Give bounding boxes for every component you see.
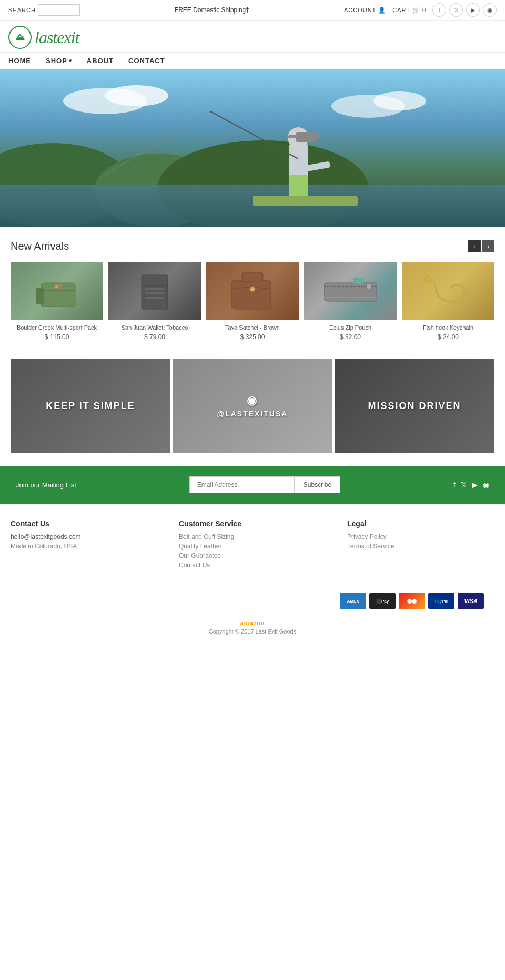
account-link[interactable]: ACCOUNT 👤 bbox=[344, 7, 386, 14]
section-header: New Arrivals ‹ › bbox=[11, 240, 494, 252]
mailing-instagram-icon[interactable]: ◉ bbox=[483, 481, 489, 489]
new-arrivals-section: New Arrivals ‹ › Boulder Creek Multi-spo… bbox=[0, 227, 505, 346]
promo-text-2: ◉ @LASTEXITUSA bbox=[217, 394, 288, 418]
promo-block-keep-simple[interactable]: KEEP IT SIMPLE bbox=[11, 359, 170, 453]
mailing-twitter-icon[interactable]: 𝕏 bbox=[461, 481, 467, 489]
youtube-icon[interactable]: ▶ bbox=[466, 3, 480, 17]
promo-text-3: MISSION DRIVEN bbox=[368, 401, 461, 412]
promo-block-instagram[interactable]: ◉ @LASTEXITUSA bbox=[173, 359, 332, 453]
mailing-social: f 𝕏 ▶ ◉ bbox=[453, 481, 489, 489]
product-image-3 bbox=[206, 262, 299, 320]
footer-link-belt-sizing[interactable]: Belt and Cuff Sizing bbox=[179, 533, 326, 540]
svg-point-37 bbox=[425, 276, 430, 281]
product-name-5: Fish hook Keychain bbox=[402, 324, 494, 331]
cart-link[interactable]: CART 🛒 0 bbox=[392, 7, 426, 14]
svg-rect-29 bbox=[242, 272, 263, 282]
visa-icon: VISA bbox=[458, 593, 484, 609]
nav-about[interactable]: ABOUT bbox=[87, 57, 114, 65]
mailing-label: Join our Mailing List bbox=[16, 481, 76, 489]
logo[interactable]: ⛰ lastexit bbox=[8, 26, 79, 49]
amex-icon: AMEX bbox=[340, 593, 366, 609]
product-name-3: Tava Satchel - Brown bbox=[206, 324, 299, 331]
payment-icons: AMEX ⬛Pay ⬤⬤ PayPal VISA bbox=[340, 593, 484, 609]
mailing-youtube-icon[interactable]: ▶ bbox=[472, 481, 478, 489]
carousel-prev-button[interactable]: ‹ bbox=[468, 240, 481, 252]
carousel-next-button[interactable]: › bbox=[482, 240, 494, 252]
footer-legal-col: Legal Privacy Policy Terms of Service bbox=[347, 519, 494, 571]
carousel-controls: ‹ › bbox=[468, 240, 494, 252]
svg-rect-23 bbox=[142, 275, 168, 309]
product-image-1 bbox=[11, 262, 103, 320]
mailing-form: Subscribe bbox=[189, 476, 340, 493]
nav-home[interactable]: HOME bbox=[8, 57, 31, 65]
footer-link-terms[interactable]: Terms of Service bbox=[347, 543, 494, 550]
mailing-facebook-icon[interactable]: f bbox=[453, 481, 456, 489]
email-input[interactable] bbox=[189, 476, 295, 493]
logo-bar: ⛰ lastexit bbox=[0, 21, 505, 52]
contact-email: hello@lastexitgoods.com bbox=[11, 533, 158, 540]
instagram-icon[interactable]: ◉ bbox=[483, 3, 497, 17]
footer-link-guarantee[interactable]: Our Guarantee bbox=[179, 552, 326, 559]
search-input[interactable] bbox=[38, 4, 80, 16]
product-card-2[interactable]: San Juan Wallet: Tobacco $ 79.00 bbox=[108, 262, 201, 341]
product-price-5: $ 24.00 bbox=[402, 333, 494, 341]
copyright-text: Copyright © 2017 Last Exit Goods bbox=[21, 628, 484, 635]
top-right: ACCOUNT 👤 CART 🛒 0 f 𝕏 ▶ ◉ bbox=[344, 3, 497, 17]
search-form: SEARCH bbox=[8, 4, 80, 16]
footer-service-col: Customer Service Belt and Cuff Sizing Qu… bbox=[179, 519, 326, 571]
footer-link-contact[interactable]: Contact Us bbox=[179, 562, 326, 569]
facebook-icon[interactable]: f bbox=[432, 3, 446, 17]
svg-point-2 bbox=[105, 85, 168, 106]
svg-point-22 bbox=[55, 285, 58, 288]
svg-rect-8 bbox=[0, 185, 505, 227]
section-title: New Arrivals bbox=[11, 240, 69, 252]
paypal-icon: PayPal bbox=[428, 593, 454, 609]
svg-rect-26 bbox=[145, 292, 164, 294]
hero-svg bbox=[0, 69, 505, 227]
nav-contact[interactable]: CONTACT bbox=[128, 57, 165, 65]
top-bar: SEARCH FREE Domestic Shipping† ACCOUNT 👤… bbox=[0, 0, 505, 21]
product-name-2: San Juan Wallet: Tobacco bbox=[108, 324, 201, 331]
chevron-down-icon: ▾ bbox=[69, 58, 72, 64]
product-card-4[interactable]: Eolus Zip Pouch $ 32.00 bbox=[304, 262, 397, 341]
apple-pay-icon: ⬛Pay bbox=[369, 593, 396, 609]
subscribe-button[interactable]: Subscribe bbox=[295, 476, 340, 493]
svg-rect-36 bbox=[353, 278, 363, 284]
svg-rect-12 bbox=[288, 135, 320, 138]
product-image-5 bbox=[402, 262, 494, 320]
svg-line-38 bbox=[461, 282, 467, 286]
mailing-section: Join our Mailing List Subscribe f 𝕏 ▶ ◉ bbox=[0, 466, 505, 504]
footer-link-quality-leather[interactable]: Quality Leather bbox=[179, 543, 326, 550]
product-image-2 bbox=[108, 262, 201, 320]
svg-rect-25 bbox=[145, 288, 164, 290]
product-name-4: Eolus Zip Pouch bbox=[304, 324, 397, 331]
footer-link-privacy[interactable]: Privacy Policy bbox=[347, 533, 494, 540]
svg-rect-28 bbox=[231, 280, 271, 309]
logo-text: lastexit bbox=[35, 28, 79, 47]
product-price-3: $ 325.00 bbox=[206, 333, 299, 341]
product-card-1[interactable]: Boulder Creek Multi-sport Pack $ 115.00 bbox=[11, 262, 103, 341]
contact-location: Made in Colorado, USA bbox=[11, 543, 158, 550]
product-card-5[interactable]: Fish hook Keychain $ 24.00 bbox=[402, 262, 494, 341]
hero-banner bbox=[0, 69, 505, 227]
svg-point-4 bbox=[373, 91, 426, 110]
promo-block-mission[interactable]: MISSION DRIVEN bbox=[335, 359, 494, 453]
products-row: Boulder Creek Multi-sport Pack $ 115.00 … bbox=[11, 262, 494, 341]
twitter-icon[interactable]: 𝕏 bbox=[449, 3, 463, 17]
product-card-3[interactable]: Tava Satchel - Brown $ 325.00 bbox=[206, 262, 299, 341]
mastercard-icon: ⬤⬤ bbox=[399, 593, 425, 609]
nav-shop[interactable]: SHOP ▾ bbox=[46, 57, 72, 65]
svg-rect-27 bbox=[145, 297, 164, 299]
promo-text-1: KEEP IT SIMPLE bbox=[46, 401, 135, 412]
footer-contact-col: Contact Us hello@lastexitgoods.com Made … bbox=[11, 519, 158, 571]
main-nav: HOME SHOP ▾ ABOUT CONTACT bbox=[0, 52, 505, 69]
footer-contact-title: Contact Us bbox=[11, 519, 158, 528]
amazon-icon: amazon bbox=[21, 620, 484, 626]
social-icons-top: f 𝕏 ▶ ◉ bbox=[432, 3, 497, 17]
product-image-4 bbox=[304, 262, 397, 320]
product-price-2: $ 79.00 bbox=[108, 333, 201, 341]
payment-section: AMEX ⬛Pay ⬤⬤ PayPal VISA bbox=[11, 587, 494, 615]
footer-columns: Contact Us hello@lastexitgoods.com Made … bbox=[11, 519, 494, 571]
footer-service-title: Customer Service bbox=[179, 519, 326, 528]
svg-point-35 bbox=[367, 284, 371, 289]
